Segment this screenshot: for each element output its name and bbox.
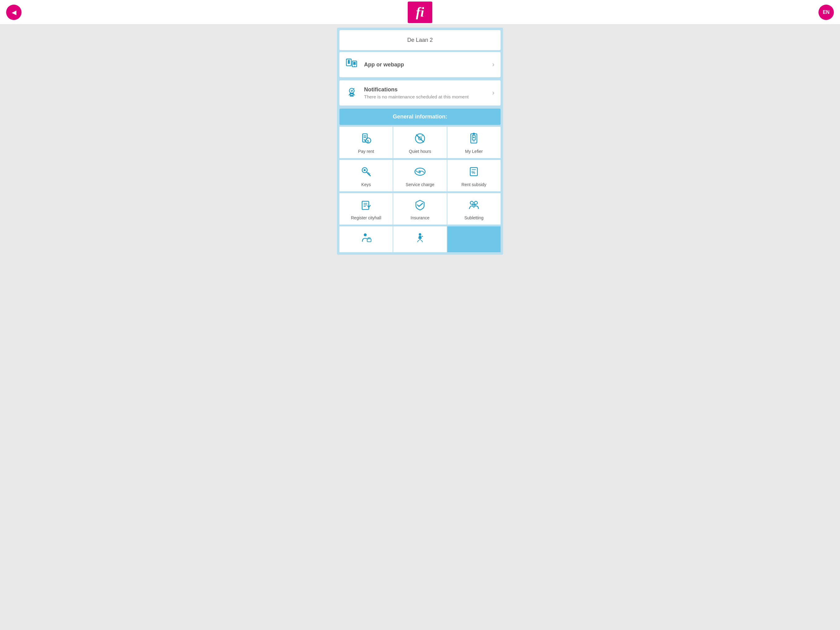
subletting-label: Subletting [464,215,483,220]
keys-icon [360,166,373,180]
app-logo: fi [408,2,432,23]
header: fi EN [0,0,840,25]
person-work-icon [360,232,372,245]
notifications-text: Notifications There is no maintenance sc… [364,86,492,99]
grid-row-1: $ Pay rent Quiet hours [339,127,501,158]
svg-text:$: $ [367,139,369,143]
quiet-hours-icon [414,132,426,146]
rent-subsidy-label: Rent subsidy [461,182,486,187]
svg-text:$: $ [418,169,421,174]
svg-point-36 [419,233,421,236]
svg-point-31 [471,201,474,204]
register-cityhall-label: Register cityhall [351,215,381,220]
grid-item-pay-rent[interactable]: $ Pay rent [339,127,393,158]
grid-item-subletting[interactable]: Subletting [447,193,501,225]
app-webapp-chevron: › [492,60,494,69]
grid-item-bottom-3 [447,226,501,252]
grid-item-rent-subsidy[interactable]: % Rent subsidy [447,160,501,192]
grid-item-register-cityhall[interactable]: Register cityhall [339,193,393,225]
insurance-icon [414,199,426,213]
svg-point-4 [354,65,355,66]
svg-rect-1 [348,60,350,64]
grid-item-my-lefier[interactable]: My Lefier [447,127,501,158]
quiet-hours-label: Quiet hours [409,149,431,154]
grid-item-quiet-hours[interactable]: Quiet hours [393,127,447,158]
notifications-subtitle: There is no maintenance scheduled at thi… [364,94,492,99]
app-webapp-icon [346,57,358,72]
section-header-general-info: General information: [339,109,501,125]
notifications-icon [346,86,358,100]
grid-item-keys[interactable]: Keys [339,160,393,192]
svg-rect-27 [362,201,369,209]
content-panel: De Laan 2 App or webapp › [337,28,503,255]
grid-item-insurance[interactable]: Insurance [393,193,447,225]
my-lefier-icon [467,132,480,146]
subletting-icon [467,199,480,213]
svg-point-34 [364,233,367,237]
grid-row-3: Register cityhall Insurance [339,193,501,225]
keys-label: Keys [361,182,371,187]
grid-item-bottom-2[interactable] [393,226,447,252]
menu-item-app-webapp[interactable]: App or webapp › [339,52,501,77]
service-charge-icon: $ [414,166,426,180]
register-cityhall-icon [360,199,373,213]
rent-subsidy-icon: % [467,166,480,180]
svg-rect-3 [353,62,356,65]
insurance-label: Insurance [411,215,429,220]
svg-point-18 [473,136,475,138]
page-background: De Laan 2 App or webapp › [0,25,840,261]
app-webapp-text: App or webapp [364,62,492,68]
svg-rect-35 [367,239,371,242]
grid-item-bottom-1[interactable] [339,226,393,252]
address-bar: De Laan 2 [339,30,501,50]
app-webapp-title: App or webapp [364,62,492,68]
pay-rent-icon: $ [360,132,373,146]
svg-rect-7 [350,95,354,97]
pay-rent-label: Pay rent [358,149,374,154]
person-walk-icon [414,232,426,245]
svg-text:%: % [472,170,475,175]
svg-rect-19 [473,133,475,135]
my-lefier-label: My Lefier [465,149,483,154]
language-button[interactable]: EN [818,5,834,20]
svg-line-14 [416,135,424,142]
notifications-title: Notifications [364,86,492,93]
svg-point-21 [363,169,366,171]
service-charge-label: Service charge [406,182,434,187]
menu-item-notifications[interactable]: Notifications There is no maintenance sc… [339,80,501,106]
svg-point-32 [474,201,477,204]
grid-item-service-charge[interactable]: $ Service charge [393,160,447,192]
grid-bottom-partial [339,226,501,252]
notifications-chevron: › [492,89,494,97]
grid-row-2: Keys $ Service charge % [339,160,501,192]
back-button[interactable] [6,5,22,20]
